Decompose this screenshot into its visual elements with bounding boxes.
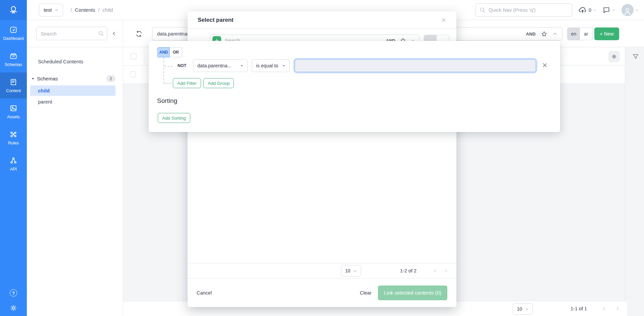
chevron-down-icon	[55, 8, 58, 12]
language-ar-button[interactable]: ar	[580, 28, 592, 40]
chevron-up-icon[interactable]	[553, 31, 557, 36]
filter-field-select[interactable]: data.parentna...	[193, 59, 248, 72]
page-size-value: 10	[517, 306, 522, 312]
tree-line	[163, 57, 164, 83]
avatar	[622, 4, 634, 16]
sidebar-item-label: API	[10, 167, 17, 172]
sidebar-item-label: Assets	[7, 115, 20, 119]
remove-filter-icon[interactable]	[542, 62, 548, 68]
sorting-title: Sorting	[157, 97, 177, 105]
modal-header: Select parent	[188, 11, 456, 29]
query-mode-label: AND	[526, 31, 536, 37]
project-select[interactable]: test	[39, 4, 63, 16]
schemas-panel: Scheduled Contents Schemas 2 child paren…	[27, 20, 123, 316]
prev-page-icon[interactable]	[601, 306, 607, 311]
assets-icon	[9, 104, 18, 113]
add-filter-button[interactable]: Add Filter	[173, 78, 201, 88]
help-icon[interactable]: ?	[10, 289, 17, 297]
sidebar-item-label: Content	[6, 88, 21, 93]
schema-item-parent[interactable]: parent	[30, 97, 115, 107]
schemas-icon	[9, 52, 18, 60]
squidex-logo-icon[interactable]	[0, 0, 27, 20]
breadcrumb-separator: /	[98, 7, 99, 13]
modal-page-size-value: 10	[345, 268, 350, 273]
project-name: test	[44, 7, 52, 13]
chevron-down-icon	[612, 8, 615, 12]
not-label[interactable]: NOT	[178, 63, 186, 68]
sidebar: Dashboard Schemas Content Assets Rules A…	[0, 0, 27, 316]
add-group-button[interactable]: Add Group	[203, 78, 234, 88]
add-sorting-button[interactable]: Add Sorting	[158, 113, 190, 123]
collapse-panel-icon[interactable]	[111, 31, 117, 36]
close-icon[interactable]	[441, 17, 446, 23]
dashboard-icon	[9, 25, 18, 34]
filter-operator-select[interactable]: is equal to	[252, 59, 290, 72]
logic-and-button[interactable]: AND	[157, 47, 170, 57]
comments-icon	[602, 6, 610, 14]
breadcrumb-current: child	[103, 7, 113, 13]
logic-toggle: AND OR	[157, 47, 182, 57]
api-icon	[9, 156, 18, 165]
sidebar-item-label: Dashboard	[3, 36, 23, 41]
sidebar-item-schemas[interactable]: Schemas	[0, 46, 27, 72]
schema-search-input[interactable]	[36, 27, 107, 40]
upload-count: 0	[589, 7, 591, 13]
cancel-button[interactable]: Cancel	[197, 290, 212, 296]
chevron-down-icon	[525, 307, 529, 311]
chevron-down-icon	[593, 8, 596, 12]
quick-nav-input[interactable]	[476, 3, 572, 17]
filter-field-value: data.parentna...	[197, 63, 232, 68]
gear-icon	[611, 54, 617, 60]
content-icon	[9, 78, 18, 86]
modal-page-size-select[interactable]: 10	[341, 265, 361, 276]
query-filter-popup: AND OR NOT data.parentna... is equal to …	[149, 41, 560, 132]
new-content-button[interactable]: + New	[594, 27, 619, 40]
breadcrumb-contents[interactable]: Contents	[75, 7, 95, 13]
scheduled-contents-link[interactable]: Scheduled Contents	[27, 56, 123, 67]
modal-page-info: 1-2 of 2	[400, 268, 416, 273]
sidebar-item-rules[interactable]: Rules	[0, 125, 27, 151]
settings-gear-icon[interactable]	[9, 304, 17, 312]
clear-button[interactable]: Clear	[360, 290, 371, 296]
star-icon[interactable]	[541, 31, 547, 37]
uploads-menu[interactable]: 0	[578, 6, 596, 14]
language-toggle: en ar	[567, 27, 593, 40]
modal-title: Select parent	[198, 17, 234, 23]
schemas-group-header[interactable]: Schemas 2	[27, 72, 123, 85]
sidebar-item-label: Schemas	[5, 62, 22, 67]
next-page-icon[interactable]	[443, 268, 448, 273]
caret-down-icon	[282, 64, 285, 67]
chevron-down-icon	[635, 8, 639, 12]
filter-operator-value: is equal to	[256, 63, 278, 68]
quick-nav	[476, 3, 572, 17]
breadcrumb: / Contents / child	[70, 7, 113, 13]
next-page-icon[interactable]	[615, 306, 620, 311]
tree-line	[164, 83, 171, 84]
filter-value-input[interactable]	[295, 59, 536, 72]
logic-or-button[interactable]: OR	[170, 47, 182, 57]
sidebar-item-assets[interactable]: Assets	[0, 99, 27, 125]
sidebar-item-dashboard[interactable]: Dashboard	[0, 20, 27, 46]
table-settings-button[interactable]	[608, 51, 620, 62]
page-info: 1-1 of 1	[571, 306, 587, 311]
filter-funnel-icon[interactable]	[632, 53, 639, 60]
sidebar-item-content[interactable]: Content	[0, 72, 27, 99]
modal-footer: Cancel Clear Link selected contents (0)	[188, 278, 456, 307]
profile-menu[interactable]	[622, 4, 639, 16]
tree-line	[164, 66, 173, 67]
schema-item-child[interactable]: child	[30, 85, 115, 96]
language-en-button[interactable]: en	[567, 28, 580, 40]
rules-icon	[9, 130, 18, 139]
schemas-group-label: Schemas	[37, 76, 58, 81]
chevron-down-icon	[353, 269, 357, 273]
refresh-icon[interactable]	[135, 30, 143, 38]
prev-page-icon[interactable]	[433, 268, 438, 273]
page-size-select[interactable]: 10	[513, 303, 533, 315]
row-checkbox[interactable]	[130, 71, 136, 77]
schemas-count-badge: 2	[106, 75, 115, 82]
link-selected-button[interactable]: Link selected contents (0)	[378, 286, 447, 300]
column-divider	[144, 47, 144, 66]
comments-menu[interactable]	[602, 6, 615, 14]
select-all-checkbox[interactable]	[131, 53, 137, 59]
sidebar-item-api[interactable]: API	[0, 151, 27, 177]
